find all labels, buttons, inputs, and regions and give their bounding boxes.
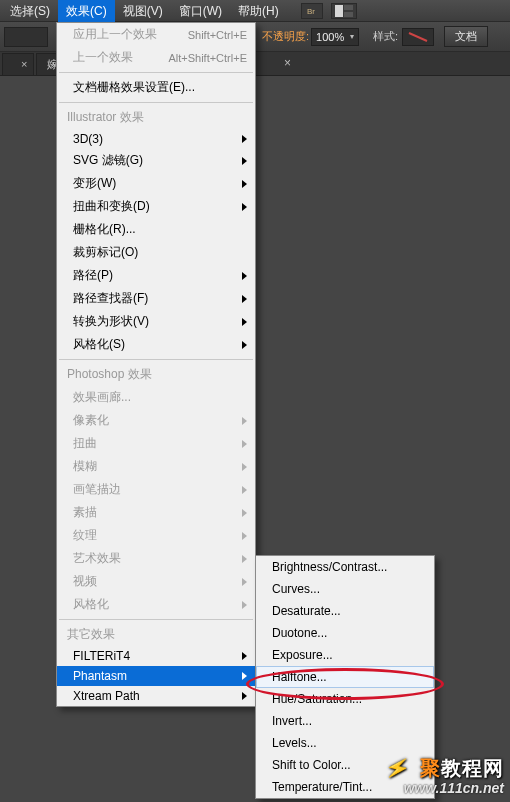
submenu-arrow-icon [242,295,247,303]
submenu-invert[interactable]: Invert... [256,710,434,732]
menu-ps-stylize: 风格化 [57,593,255,616]
style-swatch[interactable] [402,28,434,46]
close-icon[interactable]: × [21,58,27,70]
menu-window[interactable]: 窗口(W) [171,0,230,22]
submenu-arrow-icon [242,555,247,563]
submenu-arrow-icon [242,135,247,143]
submenu-arrow-icon [242,180,247,188]
submenu-hue-saturation[interactable]: Hue/Saturation... [256,688,434,710]
menu-last-effect: 上一个效果 Alt+Shift+Ctrl+E [57,46,255,69]
separator [59,359,253,360]
menu-doc-raster-settings[interactable]: 文档栅格效果设置(E)... [57,76,255,99]
close-icon[interactable]: × [284,56,291,70]
menubar: 选择(S) 效果(C) 视图(V) 窗口(W) 帮助(H) Br [0,0,510,22]
submenu-arrow-icon [242,692,247,700]
watermark-url: www.111cn.net [385,780,504,796]
submenu-arrow-icon [242,157,247,165]
submenu-halftone[interactable]: Halftone... [256,666,434,688]
style-label: 样式: [373,29,398,44]
menu-stylize[interactable]: 风格化(S) [57,333,255,356]
menu-artistic: 艺术效果 [57,547,255,570]
menu-apply-last-effect: 应用上一个效果 Shift+Ctrl+E [57,23,255,46]
opacity-value: 100% [316,29,344,45]
effects-menu: 应用上一个效果 Shift+Ctrl+E 上一个效果 Alt+Shift+Ctr… [56,22,256,707]
opacity-label: 不透明度: [262,29,309,44]
watermark-orange: 聚 [420,757,441,779]
menu-xtream-path[interactable]: Xtream Path [57,686,255,706]
separator [59,72,253,73]
menu-pixelate: 像素化 [57,409,255,432]
section-other: 其它效果 [57,623,255,646]
submenu-arrow-icon [242,509,247,517]
watermark: ⚡ 聚教程网 www.111cn.net [385,755,504,796]
submenu-desaturate[interactable]: Desaturate... [256,600,434,622]
submenu-arrow-icon [242,463,247,471]
menu-path[interactable]: 路径(P) [57,264,255,287]
submenu-exposure[interactable]: Exposure... [256,644,434,666]
menu-select[interactable]: 选择(S) [2,0,58,22]
svg-rect-4 [344,12,353,17]
svg-text:Br: Br [307,7,315,16]
menu-help[interactable]: 帮助(H) [230,0,287,22]
menu-convert-to-shape[interactable]: 转换为形状(V) [57,310,255,333]
submenu-arrow-icon [242,272,247,280]
menu-distort-transform[interactable]: 扭曲和变换(D) [57,195,255,218]
submenu-curves[interactable]: Curves... [256,578,434,600]
section-photoshop: Photoshop 效果 [57,363,255,386]
submenu-arrow-icon [242,578,247,586]
submenu-arrow-icon [242,203,247,211]
menu-sketch: 素描 [57,501,255,524]
menu-ps-distort: 扭曲 [57,432,255,455]
menu-crop-marks[interactable]: 裁剪标记(O) [57,241,255,264]
submenu-levels[interactable]: Levels... [256,732,434,754]
submenu-arrow-icon [242,672,247,680]
menu-warp[interactable]: 变形(W) [57,172,255,195]
menu-view[interactable]: 视图(V) [115,0,171,22]
submenu-arrow-icon [242,486,247,494]
svg-rect-2 [335,5,343,17]
menu-blur: 模糊 [57,455,255,478]
bridge-icon[interactable]: Br [301,3,323,19]
submenu-arrow-icon [242,417,247,425]
separator [59,102,253,103]
menu-phantasm[interactable]: Phantasm [57,666,255,686]
submenu-arrow-icon [242,318,247,326]
watermark-text: 教程网 [441,757,504,779]
opacity-field[interactable]: 100% ▾ [311,28,359,46]
section-illustrator: Illustrator 效果 [57,106,255,129]
submenu-duotone[interactable]: Duotone... [256,622,434,644]
submenu-arrow-icon [242,532,247,540]
chevron-down-icon: ▾ [350,29,354,45]
menu-filterit4[interactable]: FILTERiT4 [57,646,255,666]
arrange-docs-icon[interactable] [331,3,357,19]
menu-rasterize[interactable]: 栅格化(R)... [57,218,255,241]
menu-brush-strokes: 画笔描边 [57,478,255,501]
option-slot-1[interactable] [4,27,48,47]
menu-pathfinder[interactable]: 路径查找器(F) [57,287,255,310]
submenu-brightness-contrast[interactable]: Brightness/Contrast... [256,556,434,578]
svg-line-6 [409,33,427,41]
menu-video: 视频 [57,570,255,593]
submenu-arrow-icon [242,601,247,609]
menu-texture: 纹理 [57,524,255,547]
submenu-arrow-icon [242,652,247,660]
menu-effects[interactable]: 效果(C) [58,0,115,22]
submenu-arrow-icon [242,440,247,448]
menu-effect-gallery: 效果画廊... [57,386,255,409]
menu-svg-filters[interactable]: SVG 滤镜(G) [57,149,255,172]
document-setup-button[interactable]: 文档 [444,26,488,47]
menu-3d[interactable]: 3D(3) [57,129,255,149]
submenu-arrow-icon [242,341,247,349]
bolt-icon: ⚡ [383,754,413,783]
separator [59,619,253,620]
svg-rect-3 [344,5,353,10]
tab-1[interactable]: × [2,53,34,75]
